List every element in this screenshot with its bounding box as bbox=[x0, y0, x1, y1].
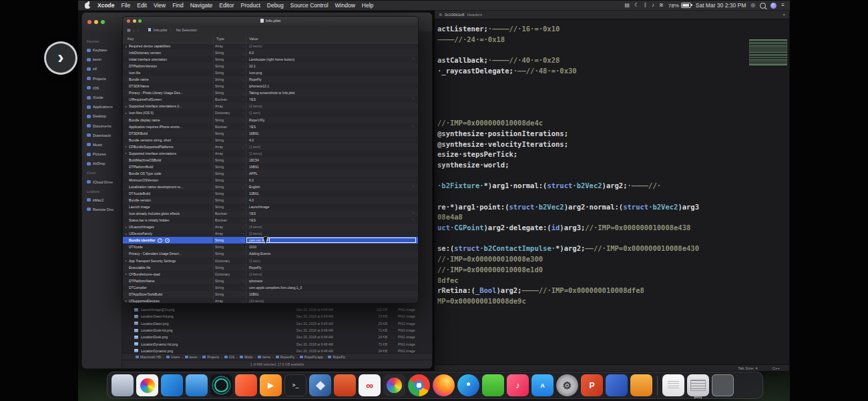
value-popup-icon[interactable]: ⌃⌄ bbox=[411, 212, 414, 214]
type-popup-icon[interactable]: ⌃⌄ bbox=[241, 294, 244, 296]
plist-row[interactable]: ▸Supported interface orientations (i…Arr… bbox=[123, 103, 418, 109]
minimize-button[interactable] bbox=[94, 20, 98, 24]
type-popup-icon[interactable]: ⌃⌄ bbox=[241, 233, 244, 236]
wifi-icon[interactable]: ≋ bbox=[659, 3, 664, 8]
dock-icon-red-folder[interactable] bbox=[334, 372, 356, 398]
menu-edit[interactable]: Edit bbox=[134, 2, 150, 9]
bluetooth-icon[interactable]: ᛒ bbox=[644, 3, 647, 8]
breadcrumb-selection[interactable]: No Selection bbox=[176, 28, 197, 32]
sidebar-item-pictures[interactable]: Pictures bbox=[82, 149, 122, 159]
type-popup-icon[interactable]: ⌃⌄ bbox=[241, 246, 244, 249]
path-item[interactable]: Macintosh HD bbox=[136, 355, 161, 359]
type-popup-icon[interactable]: ⌃⌄ bbox=[241, 220, 244, 222]
moon-icon[interactable]: ☾ bbox=[634, 3, 639, 8]
column-header-key[interactable]: Key bbox=[128, 37, 134, 41]
sidebar-item-projects[interactable]: Projects bbox=[82, 74, 122, 83]
type-popup-icon[interactable]: ⌃⌄ bbox=[241, 166, 244, 169]
plist-row[interactable]: ▸CFBundleSupportedPlatformsArray⌃⌄(1 ite… bbox=[123, 143, 418, 150]
type-popup-icon[interactable]: ⌃⌄ bbox=[241, 206, 244, 209]
dock-icon-blue-app[interactable] bbox=[606, 372, 628, 398]
plist-row[interactable]: MinimumOSVersionString⌃⌄6.0 bbox=[123, 177, 418, 183]
column-header-value[interactable]: Value bbox=[249, 37, 258, 41]
close-button[interactable] bbox=[87, 20, 91, 24]
siri-icon[interactable] bbox=[771, 3, 777, 9]
dock-icon-chrome[interactable] bbox=[408, 372, 430, 398]
hopper-tab-bar[interactable]: ≣ 0x100b1c8 Headers ⌄ bbox=[435, 10, 789, 19]
file-row[interactable]: LocationDawn.pngDec 20, 2018 at 6:48 AM2… bbox=[122, 320, 432, 327]
type-popup-icon[interactable]: ⌃⌄ bbox=[241, 186, 244, 189]
type-popup-icon[interactable]: ⌃⌄ bbox=[241, 287, 244, 290]
dock-icon-music[interactable]: ♪ bbox=[507, 372, 529, 398]
plist-row[interactable]: ▸CFBundleIcons~ipadDictionary⌃⌄(2 items) bbox=[123, 271, 418, 278]
menu-find[interactable]: Find bbox=[169, 2, 187, 9]
tab-address[interactable]: 0x100b1c8 bbox=[445, 13, 464, 17]
file-row[interactable]: LocationDusk-hd.pngDec 20, 2018 at 6:48 … bbox=[122, 327, 432, 334]
type-popup-icon[interactable]: ⌃⌄ bbox=[241, 65, 244, 68]
plist-row[interactable]: Icon fileString⌃⌄Icon.png bbox=[123, 69, 418, 76]
file-row[interactable]: LaunchImage@2x.pngDec 20, 2018 at 6:48 A… bbox=[122, 306, 432, 313]
value-popup-icon[interactable]: ⌃⌄ bbox=[411, 97, 414, 100]
plist-row[interactable]: Initial interface orientationString⌃⌄Lan… bbox=[123, 56, 418, 63]
value-popup-icon[interactable]: ⌃⌄ bbox=[411, 185, 414, 187]
plist-row[interactable]: Bundle identifier−+String⌃⌄com.roz.RNF bbox=[123, 237, 418, 244]
plist-row[interactable]: UIRequiresFullScreenBoolean⌃⌄YES⌃⌄ bbox=[123, 96, 418, 103]
plist-row[interactable]: Application requires iPhone enviro…Boole… bbox=[123, 123, 418, 130]
sidebar-item-kevin[interactable]: kevin bbox=[82, 55, 122, 64]
type-popup-icon[interactable]: ⌃⌄ bbox=[241, 79, 244, 81]
dock-icon-preview[interactable] bbox=[112, 372, 134, 398]
type-popup-icon[interactable]: ⌃⌄ bbox=[241, 240, 244, 242]
dock-icon-firefox[interactable] bbox=[433, 372, 455, 398]
dock-icon-document[interactable] bbox=[662, 372, 684, 398]
type-popup-icon[interactable]: ⌃⌄ bbox=[241, 59, 244, 61]
plist-row[interactable]: DTPlatformNameString⌃⌄iphoneos bbox=[123, 278, 418, 284]
file-row[interactable]: LocationDynamic-hd.pngDec 20, 2018 at 6:… bbox=[122, 340, 432, 347]
dock-icon-pinwheel[interactable] bbox=[383, 372, 405, 398]
type-popup-icon[interactable]: ⌃⌄ bbox=[241, 153, 244, 155]
sidebar-item-applications[interactable]: Applications bbox=[82, 102, 122, 111]
plist-row[interactable]: Executable fileString⌃⌄RopeFly bbox=[123, 264, 418, 271]
type-popup-icon[interactable]: ⌃⌄ bbox=[241, 52, 244, 55]
spotlight-icon[interactable] bbox=[760, 3, 766, 9]
dock-icon-trash[interactable] bbox=[712, 372, 734, 398]
type-popup-icon[interactable]: ⌃⌄ bbox=[241, 45, 244, 48]
dock-icon-powerpoint[interactable]: P bbox=[581, 372, 603, 398]
value-popup-icon[interactable]: ⌃⌄ bbox=[411, 57, 414, 60]
type-popup-icon[interactable]: ⌃⌄ bbox=[241, 133, 244, 135]
type-popup-icon[interactable]: ⌃⌄ bbox=[241, 119, 244, 122]
plist-row[interactable]: DTSDKBuildString⌃⌄16B91 bbox=[123, 130, 418, 137]
breadcrumb-file[interactable]: Info.plist bbox=[154, 28, 167, 32]
plist-row[interactable]: Status bar is initially hiddenBoolean⌃⌄Y… bbox=[123, 217, 418, 224]
path-item[interactable]: kevin bbox=[185, 355, 198, 359]
next-overlay-button[interactable]: › bbox=[44, 41, 77, 75]
plist-row[interactable]: ▸UILaunchImagesArray⌃⌄(4 items) bbox=[123, 224, 418, 230]
sidebar-item-desktop[interactable]: Desktop bbox=[82, 111, 122, 121]
path-item[interactable]: iOS bbox=[224, 355, 234, 359]
dock-icon-glasses[interactable]: ∞ bbox=[359, 372, 381, 398]
type-popup-icon[interactable]: ⌃⌄ bbox=[241, 99, 244, 101]
path-item[interactable]: Items bbox=[258, 355, 270, 359]
path-item[interactable]: RopeFly bbox=[328, 355, 345, 359]
menubar-clock[interactable]: Sat Mar 30 2:30 PM bbox=[696, 2, 746, 9]
path-item[interactable]: Users bbox=[166, 355, 180, 359]
battery-indicator[interactable]: 78% bbox=[668, 3, 691, 9]
plist-row[interactable]: ▸Supported interface orientationsArray⌃⌄… bbox=[123, 150, 418, 157]
sidebar-item-documents[interactable]: Documents bbox=[82, 121, 122, 131]
menu-xcode[interactable]: Xcode bbox=[94, 2, 118, 9]
dock-icon-settings[interactable]: ⚙ bbox=[556, 372, 578, 398]
remove-row-button[interactable]: − bbox=[158, 238, 162, 243]
plist-row[interactable]: Localization native development re…Strin… bbox=[123, 183, 418, 190]
path-item[interactable]: Mods bbox=[240, 355, 252, 359]
tab-title[interactable]: Headers bbox=[467, 13, 482, 17]
plist-row[interactable]: DTXcodeString⌃⌄1010 bbox=[123, 244, 418, 250]
dock-icon-books[interactable] bbox=[630, 372, 652, 398]
type-popup-icon[interactable]: ⌃⌄ bbox=[241, 139, 244, 142]
plist-row[interactable]: Bundle versions string, shortString⌃⌄4.0 bbox=[123, 137, 418, 143]
zoom-button[interactable] bbox=[101, 20, 105, 24]
sidebar-item-ios[interactable]: iOS bbox=[82, 83, 122, 93]
value-edit-field[interactable]: com.roz.RNF bbox=[246, 238, 416, 243]
related-items-icon[interactable]: ▦ bbox=[127, 27, 131, 32]
code-minimap[interactable] bbox=[749, 39, 787, 65]
dock-icon-wechat[interactable] bbox=[482, 372, 504, 398]
type-popup-icon[interactable]: ⌃⌄ bbox=[241, 193, 244, 195]
keyboard-icon[interactable]: ▤ bbox=[624, 3, 630, 8]
